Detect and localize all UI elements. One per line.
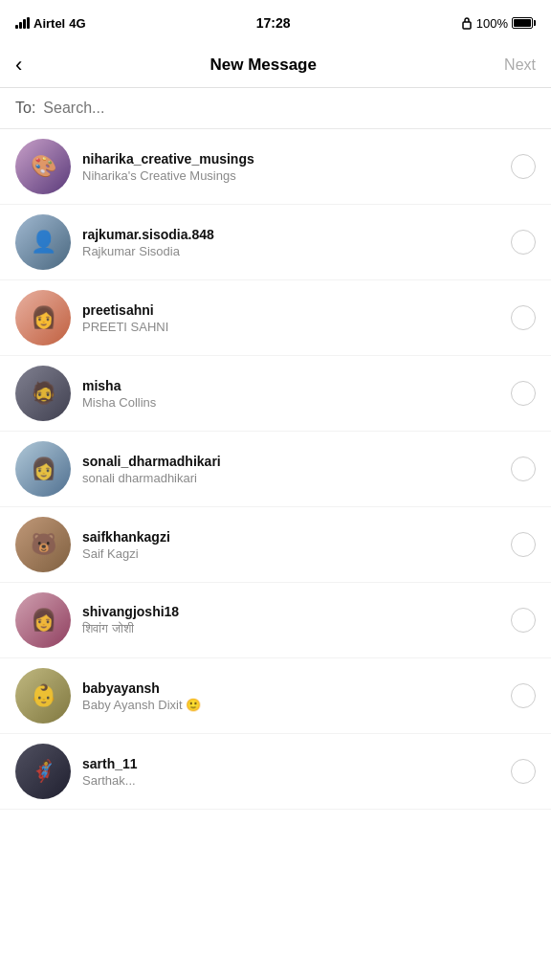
contact-info: saifkhankagzi Saif Kagzi <box>82 529 511 561</box>
avatar: 👶 <box>15 668 71 724</box>
carrier-info: Airtel 4G <box>15 16 86 31</box>
avatar: 🐻 <box>15 517 71 572</box>
select-circle[interactable] <box>511 608 536 633</box>
lock-icon <box>461 16 473 30</box>
list-item[interactable]: 👩 preetisahni PREETI SAHNI <box>0 280 551 356</box>
contact-username: rajkumar.sisodia.848 <box>82 227 511 242</box>
contact-info: babyayansh Baby Ayansh Dixit 🙂 <box>82 680 511 712</box>
avatar-image: 🦸 <box>15 744 71 799</box>
next-button[interactable]: Next <box>504 56 536 74</box>
avatar: 👩 <box>15 592 71 648</box>
contact-username: misha <box>82 378 511 393</box>
contact-username: shivangjoshi18 <box>82 604 511 619</box>
list-item[interactable]: 👶 babyayansh Baby Ayansh Dixit 🙂 <box>0 658 551 734</box>
battery-percent: 100% <box>476 16 508 31</box>
contact-info: sonali_dharmadhikari sonali dharmadhikar… <box>82 454 511 485</box>
contact-info: shivangjoshi18 शिवांग जोशी <box>82 604 511 636</box>
page-title: New Message <box>209 56 317 75</box>
avatar-image: 👩 <box>15 592 71 648</box>
contact-list: 🎨 niharika_creative_musings Niharika's C… <box>0 129 551 810</box>
contact-fullname: शिवांग जोशी <box>82 621 511 636</box>
avatar: 👤 <box>15 214 71 270</box>
signal-icon <box>15 17 30 29</box>
contact-info: preetisahni PREETI SAHNI <box>82 302 511 334</box>
battery-icon <box>512 17 536 29</box>
contact-username: sonali_dharmadhikari <box>82 454 511 469</box>
select-circle[interactable] <box>511 154 536 179</box>
contact-fullname: Misha Collins <box>82 395 511 410</box>
contact-username: saifkhankagzi <box>82 529 511 545</box>
list-item[interactable]: 👩 sonali_dharmadhikari sonali dharmadhik… <box>0 432 551 507</box>
battery-area: 100% <box>461 16 536 31</box>
contact-username: preetisahni <box>82 302 511 318</box>
select-circle[interactable] <box>511 683 536 708</box>
carrier-name: Airtel <box>33 16 65 31</box>
contact-fullname: Rajkumar Sisodia <box>82 244 511 258</box>
status-bar: Airtel 4G 17:28 100% <box>0 0 551 42</box>
list-item[interactable]: 🧔 misha Misha Collins <box>0 356 551 432</box>
avatar-image: 👩 <box>15 290 71 345</box>
list-item[interactable]: 🦸 sarth_11 Sarthak... <box>0 734 551 810</box>
avatar-image: 🐻 <box>15 517 71 572</box>
network-type: 4G <box>69 16 85 31</box>
contact-fullname: Baby Ayansh Dixit 🙂 <box>82 698 511 712</box>
contact-fullname: Sarthak... <box>82 773 511 788</box>
contact-info: sarth_11 Sarthak... <box>82 756 511 788</box>
contact-username: babyayansh <box>82 680 511 696</box>
to-field: To: <box>0 88 551 129</box>
avatar: 👩 <box>15 290 71 345</box>
contact-fullname: Niharika's Creative Musings <box>82 168 511 183</box>
to-label: To: <box>15 100 35 117</box>
clock: 17:28 <box>256 15 291 31</box>
search-input[interactable] <box>43 100 536 117</box>
select-circle[interactable] <box>511 532 536 557</box>
avatar-image: 👶 <box>15 668 71 724</box>
avatar: 🎨 <box>15 139 71 194</box>
select-circle[interactable] <box>511 230 536 255</box>
select-circle[interactable] <box>511 759 536 784</box>
avatar-image: 🎨 <box>15 139 71 194</box>
avatar: 🧔 <box>15 366 71 421</box>
contact-fullname: Saif Kagzi <box>82 546 511 561</box>
list-item[interactable]: 👤 rajkumar.sisodia.848 Rajkumar Sisodia <box>0 205 551 280</box>
nav-bar: ‹ New Message Next <box>0 42 551 88</box>
list-item[interactable]: 👩 shivangjoshi18 शिवांग जोशी <box>0 583 551 658</box>
avatar-image: 👤 <box>15 214 71 270</box>
contact-info: niharika_creative_musings Niharika's Cre… <box>82 151 511 183</box>
contact-fullname: PREETI SAHNI <box>82 320 511 334</box>
avatar-image: 🧔 <box>15 366 71 421</box>
list-item[interactable]: 🎨 niharika_creative_musings Niharika's C… <box>0 129 551 205</box>
select-circle[interactable] <box>511 457 536 481</box>
select-circle[interactable] <box>511 305 536 330</box>
svg-rect-0 <box>463 22 471 29</box>
list-item[interactable]: 🐻 saifkhankagzi Saif Kagzi <box>0 507 551 583</box>
contact-username: niharika_creative_musings <box>82 151 511 167</box>
contact-info: misha Misha Collins <box>82 378 511 410</box>
back-button[interactable]: ‹ <box>15 55 22 76</box>
contact-info: rajkumar.sisodia.848 Rajkumar Sisodia <box>82 227 511 258</box>
avatar-image: 👩 <box>15 441 71 497</box>
avatar: 🦸 <box>15 744 71 799</box>
contact-fullname: sonali dharmadhikari <box>82 471 511 485</box>
select-circle[interactable] <box>511 381 536 406</box>
avatar: 👩 <box>15 441 71 497</box>
contact-username: sarth_11 <box>82 756 511 771</box>
